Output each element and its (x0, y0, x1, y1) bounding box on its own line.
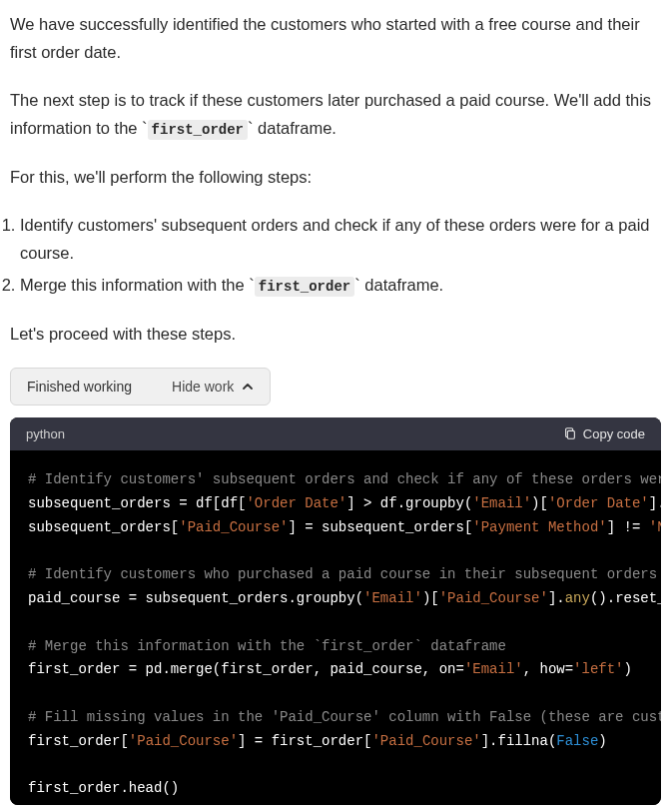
code-body[interactable]: # Identify customers' subsequent orders … (10, 450, 661, 805)
work-toggle-button[interactable]: Finished working Hide work (10, 368, 271, 406)
code-content: # Identify customers' subsequent orders … (28, 468, 661, 801)
inline-code-first-order: first_order (148, 120, 248, 140)
clipboard-icon (563, 426, 577, 440)
code-language-label: python (26, 426, 65, 441)
inline-code-first-order-2: first_order (255, 277, 354, 297)
code-header: python Copy code (10, 417, 661, 450)
step-2-post: dataframe. (360, 276, 443, 294)
step-2-pre: Merge this information with the (20, 276, 249, 294)
code-block: python Copy code # Identify customers' s… (10, 417, 661, 805)
hide-work-label: Hide work (172, 379, 234, 395)
copy-code-button[interactable]: Copy code (563, 426, 645, 441)
paragraph-4: Let's proceed with these steps. (10, 320, 661, 348)
paragraph-3: For this, we'll perform the following st… (10, 163, 661, 191)
paragraph-2-post: dataframe. (254, 119, 336, 137)
chevron-up-icon (242, 381, 254, 393)
work-status-label: Finished working (27, 379, 132, 395)
copy-code-label: Copy code (583, 426, 645, 441)
paragraph-2: The next step is to track if these custo… (10, 86, 661, 143)
svg-rect-0 (567, 431, 574, 439)
step-1: Identify customers' subsequent orders an… (20, 211, 661, 267)
steps-list: Identify customers' subsequent orders an… (10, 211, 661, 300)
paragraph-1: We have successfully identified the cust… (10, 10, 661, 66)
step-2: Merge this information with the `first_o… (20, 271, 661, 300)
